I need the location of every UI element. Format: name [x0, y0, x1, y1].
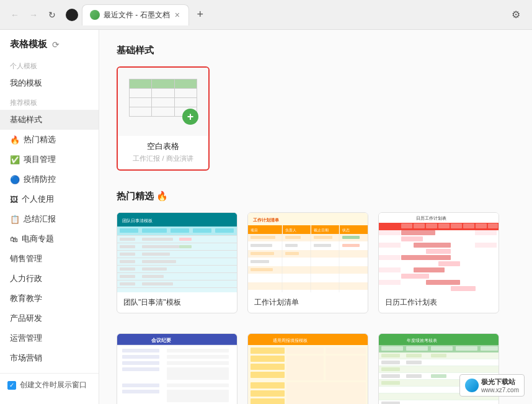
watermark-logo: 极光下载站 www.xz7.com — [465, 377, 519, 393]
svg-rect-51 — [314, 236, 332, 239]
sidebar-refresh-icon[interactable]: ⟳ — [52, 40, 60, 50]
svg-rect-74 — [488, 223, 498, 228]
svg-rect-118 — [286, 348, 324, 354]
sidebar-item-basic[interactable]: 基础样式 — [0, 110, 99, 130]
svg-rect-145 — [406, 361, 422, 364]
svg-rect-89 — [379, 274, 401, 279]
svg-rect-142 — [431, 354, 446, 357]
sidebar-title: 表格模板 — [10, 38, 47, 50]
table-header-row — [129, 79, 197, 88]
globe-icon: 🔵 — [10, 175, 20, 184]
sidebar-item-marketing[interactable]: 市场营销 — [0, 348, 99, 368]
svg-rect-17 — [120, 253, 135, 256]
table-cell — [130, 107, 152, 116]
svg-rect-125 — [250, 382, 285, 388]
sidebar-item-summary[interactable]: 📋 总结汇报 — [0, 209, 99, 229]
work-plan-preview: 工作计划清单 项目 负责人 截止日期 状态 — [248, 213, 368, 292]
calendar-plan-svg: 日历工作计划表 — [379, 213, 499, 292]
settings-button[interactable]: ⚙ — [507, 6, 525, 24]
svg-rect-15 — [179, 245, 192, 248]
svg-rect-93 — [379, 286, 401, 291]
svg-rect-108 — [167, 367, 229, 380]
svg-rect-50 — [285, 236, 301, 239]
sidebar-item-product[interactable]: 产品研发 — [0, 308, 99, 328]
svg-rect-104 — [167, 355, 229, 359]
table-cell — [152, 98, 174, 107]
svg-rect-126 — [286, 382, 366, 404]
svg-rect-97 — [475, 243, 497, 248]
work-plan-card[interactable]: 工作计划清单 项目 负责人 截止日期 状态 — [247, 212, 368, 313]
forward-button[interactable]: → — [26, 7, 41, 22]
meeting-preview: 会议纪要 — [117, 334, 237, 404]
sidebar-item-personal[interactable]: 🖼 个人使用 — [0, 189, 99, 209]
svg-rect-59 — [250, 260, 269, 263]
sidebar-item-ecommerce[interactable]: 🛍 电商专题 — [0, 229, 99, 249]
svg-rect-11 — [179, 238, 192, 241]
svg-rect-86 — [438, 261, 460, 266]
card-label-area: 空白表格 工作汇报 / 商业演讲 — [118, 136, 208, 169]
table-cell — [152, 79, 174, 88]
meeting-card[interactable]: 会议纪要 — [117, 333, 237, 404]
watermark-site: www.xz7.com — [481, 387, 519, 393]
team-daily-card[interactable]: 团队日事清模板 — [117, 212, 237, 313]
svg-rect-30 — [142, 282, 173, 285]
svg-text:项目: 项目 — [250, 228, 258, 232]
svg-rect-47 — [248, 274, 368, 282]
sidebar-item-label: 热门精选 — [24, 134, 56, 145]
check-icon: ✅ — [10, 155, 20, 164]
svg-text:负责人: 负责人 — [285, 228, 296, 233]
sidebar-footer[interactable]: 创建文件时展示窗口 — [0, 373, 99, 397]
svg-rect-23 — [120, 267, 135, 271]
svg-rect-122 — [326, 356, 366, 380]
browser-chrome: ← → ↻ 最近文件 - 石墨文档 × + ⚙ — [0, 0, 532, 30]
svg-rect-49 — [250, 236, 275, 239]
svg-rect-76 — [401, 230, 435, 235]
back-button[interactable]: ← — [7, 7, 22, 22]
svg-rect-128 — [250, 398, 285, 404]
svg-rect-106 — [167, 361, 229, 365]
section2-title: 热门精选 🔥 — [117, 191, 515, 202]
sidebar-item-label: 运营管理 — [10, 333, 42, 344]
svg-rect-9 — [120, 238, 135, 241]
svg-rect-6 — [193, 228, 211, 233]
svg-rect-147 — [381, 367, 400, 371]
new-tab-button[interactable]: + — [192, 6, 209, 24]
svg-rect-140 — [381, 354, 400, 357]
weekly-card[interactable]: 通用周报填报模板 — [247, 333, 368, 404]
svg-rect-151 — [431, 374, 446, 378]
sidebar-item-epidemic[interactable]: 🔵 疫情防控 — [0, 169, 99, 189]
blank-preview: + — [117, 68, 210, 136]
sidebar-item-sales[interactable]: 销售管理 — [0, 249, 99, 269]
hot-template-grid: 团队日事清模板 — [117, 212, 515, 313]
refresh-button[interactable]: ↻ — [45, 7, 60, 22]
sidebar-item-my-templates[interactable]: 我的模板 — [0, 73, 99, 93]
svg-rect-55 — [314, 244, 331, 247]
svg-rect-115 — [248, 334, 368, 345]
sidebar-item-label: 市场营销 — [10, 352, 42, 364]
active-tab[interactable]: 最近文件 - 石墨文档 × — [82, 4, 189, 25]
sidebar-item-project[interactable]: ✅ 项目管理 — [0, 150, 99, 169]
svg-rect-73 — [476, 223, 487, 228]
sidebar-item-education[interactable]: 教育教学 — [0, 289, 99, 308]
team-daily-preview: 团队日事清模板 — [117, 213, 237, 292]
sidebar-item-hr[interactable]: 人力行政 — [0, 269, 99, 289]
blank-template-card[interactable]: + 空白表格 工作汇报 / 商业演讲 — [117, 66, 210, 171]
svg-rect-150 — [406, 374, 422, 378]
footer-checkbox[interactable] — [7, 381, 16, 390]
svg-rect-53 — [250, 244, 272, 247]
svg-rect-82 — [426, 249, 451, 254]
sidebar-item-hot[interactable]: 🔥 热门精选 — [0, 130, 99, 150]
svg-rect-68 — [414, 223, 425, 228]
svg-rect-72 — [463, 223, 474, 228]
sidebar-item-operation[interactable]: 运营管理 — [0, 328, 99, 348]
svg-rect-3 — [120, 228, 138, 233]
tab-close-button[interactable]: × — [174, 9, 181, 21]
svg-rect-127 — [250, 390, 285, 397]
card-name: 日历工作计划表 — [379, 292, 499, 313]
svg-rect-4 — [142, 228, 167, 233]
svg-rect-112 — [167, 390, 229, 402]
calendar-plan-card[interactable]: 日历工作计划表 — [378, 212, 499, 313]
svg-rect-134 — [381, 346, 403, 351]
svg-rect-99 — [117, 334, 237, 345]
svg-rect-84 — [401, 255, 451, 260]
